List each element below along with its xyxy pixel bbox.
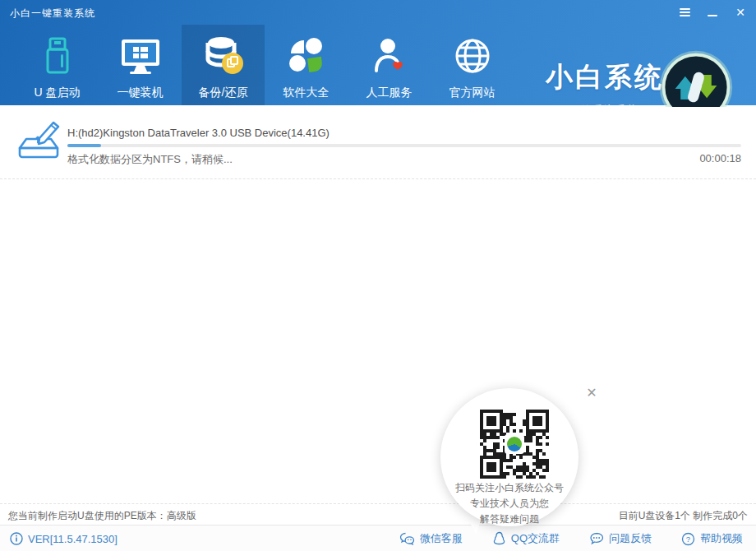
task-status-text: 格式化数据分区为NTFS，请稍候... [67, 152, 233, 167]
qr-close-icon[interactable]: ✕ [585, 387, 598, 400]
menu-icon [680, 8, 690, 16]
svg-text:?: ? [686, 535, 690, 544]
qr-line: 解答疑难问题 [440, 512, 579, 527]
tab-usb-boot[interactable]: U 盘启动 [16, 25, 99, 105]
tab-label: 备份/还原 [182, 86, 265, 100]
info-icon [10, 532, 23, 545]
minimize-icon [708, 15, 717, 16]
qr-center-logo-icon [505, 434, 524, 454]
footer: VER[11.5.47.1530] 微信客服 QQ交流群 [0, 525, 756, 551]
close-icon: ✕ [735, 7, 745, 18]
close-button[interactable]: ✕ [731, 5, 749, 20]
version-info[interactable]: VER[11.5.47.1530] [10, 526, 118, 551]
usb-device-status: 目前U盘设备1个 制作完成0个 [619, 509, 748, 523]
tab-label: 一键装机 [99, 86, 182, 100]
database-icon [182, 35, 265, 77]
footer-link-label: 问题反馈 [609, 531, 652, 546]
pe-version-status: 您当前制作启动U盘使用的PE版本：高级版 [8, 509, 196, 523]
device-title: H:(hd2)Kingston DataTraveler 3.0 USB Dev… [67, 127, 330, 139]
tab-one-click-install[interactable]: 一键装机 [99, 25, 182, 105]
window-controls: ✕ [675, 5, 749, 20]
brand-name: 小白系统 [546, 59, 664, 96]
minimize-button[interactable] [703, 5, 721, 20]
tab-software[interactable]: 软件大全 [265, 25, 348, 105]
person-heart-icon [348, 35, 431, 77]
qr-line: 专业技术人员为您 [440, 496, 579, 512]
tab-label: 人工服务 [348, 86, 431, 100]
qr-popup-text: 扫码关注小白系统公众号 专业技术人员为您 解答疑难问题 [440, 480, 579, 527]
tab-label: 官方网站 [431, 86, 514, 100]
tab-backup-restore[interactable]: 备份/还原 [182, 25, 265, 105]
nav-bar: U 盘启动 一键装机 [0, 25, 756, 105]
disk-write-icon [15, 117, 62, 168]
progress-fill [67, 144, 101, 147]
globe-icon [431, 35, 514, 77]
status-bar: 您当前制作启动U盘使用的PE版本：高级版 目前U盘设备1个 制作完成0个 [0, 503, 756, 525]
tab-label: 软件大全 [265, 86, 348, 100]
clover-icon [265, 35, 348, 77]
monitor-icon [99, 35, 182, 77]
progress-bar [67, 144, 741, 147]
version-label: VER[11.5.47.1530] [28, 533, 118, 545]
elapsed-timer: 00:00:18 [699, 152, 741, 164]
usb-drive-icon [16, 35, 99, 77]
task-card: H:(hd2)Kingston DataTraveler 3.0 USB Dev… [0, 107, 756, 179]
help-video-link[interactable]: ? 帮助视频 [681, 531, 743, 546]
qr-popup: 扫码关注小白系统公众号 专业技术人员为您 解答疑难问题 ✕ [436, 382, 600, 543]
qr-line: 扫码关注小白系统公众号 [440, 480, 579, 496]
app-window: 小白一键重装系统 ✕ [0, 0, 756, 551]
help-icon: ? [681, 532, 695, 546]
footer-link-label: 帮助视频 [700, 531, 743, 546]
header: 小白一键重装系统 ✕ [0, 0, 756, 105]
tab-label: U 盘启动 [16, 86, 99, 100]
wechat-icon [399, 532, 415, 546]
menu-button[interactable] [675, 5, 694, 20]
window-title: 小白一键重装系统 [10, 7, 95, 21]
tab-official-site[interactable]: 官方网站 [431, 25, 514, 105]
tab-human-service[interactable]: 人工服务 [348, 25, 431, 105]
title-bar: 小白一键重装系统 ✕ [0, 0, 756, 25]
qr-popup-bubble: 扫码关注小白系统公众号 专业技术人员为您 解答疑难问题 [440, 388, 579, 526]
